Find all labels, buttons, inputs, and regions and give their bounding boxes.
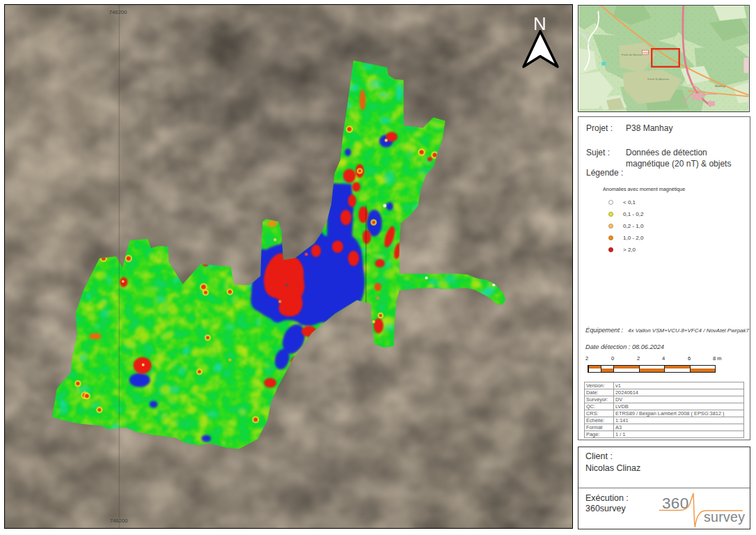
- svg-text:746200: 746200: [110, 518, 129, 524]
- svg-text:746200: 746200: [109, 9, 128, 15]
- svg-text:Forêt St-Antoine: Forêt St-Antoine: [647, 77, 669, 81]
- svg-text:Forêt de Bonita: Forêt de Bonita: [622, 53, 643, 56]
- svg-text:survey: survey: [704, 509, 745, 525]
- svg-text:N30: N30: [643, 51, 649, 54]
- svg-text:Manhay: Manhay: [715, 84, 726, 88]
